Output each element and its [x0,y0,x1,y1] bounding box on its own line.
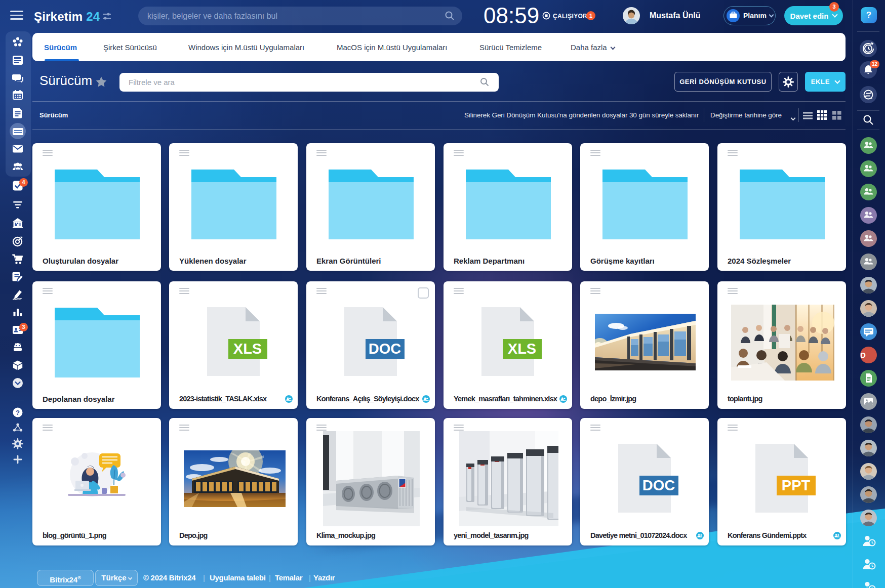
svg-text:XLS: XLS [233,341,262,357]
svg-text:PPT: PPT [782,477,811,493]
svg-text:XLS: XLS [508,341,536,357]
svg-text:DOC: DOC [642,477,675,493]
svg-text:?: ? [16,409,20,416]
svg-text:DOC: DOC [369,341,401,357]
